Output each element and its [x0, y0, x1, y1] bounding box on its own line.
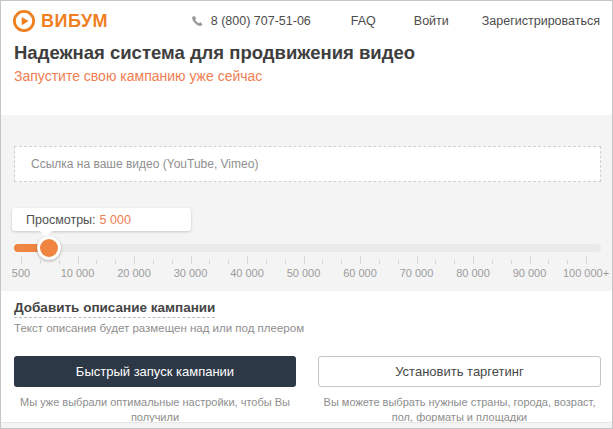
slider-minor-tick — [435, 260, 436, 264]
slider-scale-label: 500 — [12, 267, 30, 279]
nav-link-login[interactable]: Войти — [414, 14, 449, 28]
campaign-form-section: Просмотры: 5 000 50010 00020 00030 00040… — [1, 115, 612, 291]
slider-major-tick — [134, 256, 135, 264]
slider-major-tick — [304, 256, 305, 264]
bottom-strip — [1, 422, 612, 428]
slider-scale-label: 50 000 — [287, 267, 321, 279]
slider-minor-tick — [379, 260, 380, 264]
slider-minor-tick — [398, 260, 399, 264]
views-slider-track[interactable] — [14, 244, 601, 252]
phone-icon — [191, 15, 204, 28]
video-url-input[interactable] — [14, 146, 601, 182]
slider-minor-tick — [115, 260, 116, 264]
slider-ticks — [21, 255, 586, 264]
targeting-hint-line1: Вы можете выбрать нужные страны, города,… — [324, 396, 596, 408]
nav-link-register[interactable]: Зарегистрироваться — [482, 14, 600, 28]
logo[interactable]: ВИБУМ — [13, 10, 108, 32]
slider-scale-label: 10 000 — [61, 267, 95, 279]
slider-major-tick — [473, 256, 474, 264]
slider-minor-tick — [322, 260, 323, 264]
slider-scale: 50010 00020 00030 00040 00050 00060 0007… — [21, 267, 586, 281]
slider-major-tick — [586, 256, 587, 264]
add-description-link[interactable]: Добавить описание кампании — [14, 300, 215, 318]
slider-scale-label: 70 000 — [400, 267, 434, 279]
views-value: 5 000 — [100, 213, 131, 227]
views-label: Просмотры: — [26, 213, 96, 227]
slider-major-tick — [247, 256, 248, 264]
phone-group: 8 (800) 707-51-06 — [191, 14, 311, 28]
slider-minor-tick — [153, 260, 154, 264]
logo-text: ВИБУМ — [41, 11, 108, 32]
nav-link-faq[interactable]: FAQ — [351, 14, 376, 28]
slider-minor-tick — [96, 260, 97, 264]
page-title: Надежная система для продвижения видео — [14, 42, 415, 64]
slider-minor-tick — [59, 260, 60, 264]
slider-scale-label: 100 000+ — [563, 267, 609, 279]
slider-minor-tick — [454, 260, 455, 264]
slider-minor-tick — [266, 260, 267, 264]
slider-scale-label: 80 000 — [456, 267, 490, 279]
slider-minor-tick — [209, 260, 210, 264]
slider-major-tick — [360, 256, 361, 264]
quick-launch-button[interactable]: Быстрый запуск кампании — [14, 356, 296, 387]
slider-scale-label: 40 000 — [230, 267, 264, 279]
set-targeting-button[interactable]: Установить таргетинг — [318, 356, 601, 387]
slider-minor-tick — [228, 260, 229, 264]
slider-scale-label: 90 000 — [513, 267, 547, 279]
slider-minor-tick — [492, 260, 493, 264]
quick-launch-hint-line1: Мы уже выбрали оптимальные настройки, чт… — [20, 396, 290, 423]
slider-major-tick — [530, 256, 531, 264]
slider-minor-tick — [285, 260, 286, 264]
slider-minor-tick — [172, 260, 173, 264]
views-tooltip: Просмотры: 5 000 — [12, 208, 191, 231]
slider-minor-tick — [567, 260, 568, 264]
slider-minor-tick — [548, 260, 549, 264]
slider-scale-label: 20 000 — [117, 267, 151, 279]
header-nav: 8 (800) 707-51-06 FAQ Войти Зарегистриро… — [191, 1, 600, 41]
play-circle-icon — [13, 10, 35, 32]
page-subtitle: Запустите свою кампанию уже сейчас — [14, 68, 262, 84]
phone-number[interactable]: 8 (800) 707-51-06 — [211, 14, 311, 28]
slider-minor-tick — [511, 260, 512, 264]
targeting-hint: Вы можете выбрать нужные страны, города,… — [318, 395, 601, 425]
slider-major-tick — [21, 256, 22, 264]
slider-minor-tick — [40, 260, 41, 264]
slider-minor-tick — [341, 260, 342, 264]
slider-major-tick — [78, 256, 79, 264]
slider-scale-label: 30 000 — [174, 267, 208, 279]
slider-major-tick — [417, 256, 418, 264]
slider-scale-label: 60 000 — [343, 267, 377, 279]
slider-major-tick — [191, 256, 192, 264]
add-description-hint: Текст описания будет размещен над или по… — [14, 322, 304, 334]
page: ВИБУМ 8 (800) 707-51-06 FAQ Войти Зареги… — [0, 0, 613, 429]
